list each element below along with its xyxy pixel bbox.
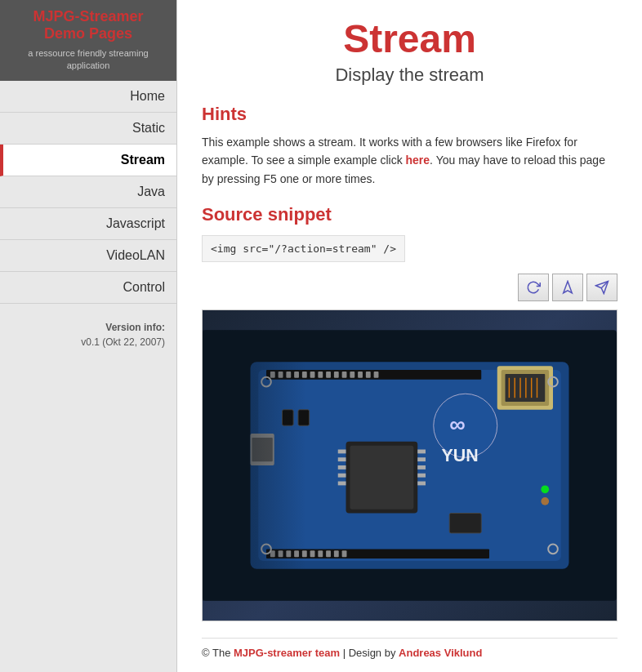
svg-rect-8 xyxy=(506,374,546,402)
sidebar-item-static[interactable]: Static xyxy=(0,113,176,145)
svg-marker-0 xyxy=(564,282,573,293)
svg-rect-41 xyxy=(334,372,339,378)
svg-rect-23 xyxy=(338,482,346,486)
version-value: v0.1 (Okt 22, 2007) xyxy=(11,335,165,349)
svg-rect-62 xyxy=(449,514,481,533)
sidebar-header: MJPG-Streamer Demo Pages a ressource fri… xyxy=(0,0,176,81)
svg-rect-56 xyxy=(334,550,339,557)
hints-heading: Hints xyxy=(202,104,617,125)
svg-text:YUN: YUN xyxy=(442,446,479,465)
stream-image-container: ∞ YUN xyxy=(202,309,617,621)
svg-rect-18 xyxy=(350,446,413,510)
svg-rect-28 xyxy=(417,482,426,486)
svg-rect-44 xyxy=(358,372,363,378)
svg-text:∞: ∞ xyxy=(449,412,465,437)
sidebar-item-javascript[interactable]: Javascript xyxy=(0,208,176,240)
svg-rect-43 xyxy=(350,372,354,378)
svg-rect-39 xyxy=(318,372,323,378)
svg-rect-22 xyxy=(338,474,346,478)
sidebar-title-line1: MJPG-Streamer xyxy=(8,8,168,25)
footer-link-team[interactable]: MJPG-streamer team xyxy=(234,647,340,659)
version-label: Version info: xyxy=(11,320,165,335)
svg-rect-21 xyxy=(338,465,346,470)
svg-rect-19 xyxy=(338,450,346,454)
sidebar: MJPG-Streamer Demo Pages a ressource fri… xyxy=(0,0,177,672)
sidebar-item-stream[interactable]: Stream xyxy=(0,145,176,176)
svg-rect-67 xyxy=(203,330,306,601)
hints-link[interactable]: here xyxy=(406,154,430,167)
svg-point-61 xyxy=(541,497,549,505)
svg-rect-53 xyxy=(310,550,315,557)
source-snippet-heading: Source snippet xyxy=(202,204,617,225)
sidebar-item-java[interactable]: Java xyxy=(0,176,176,208)
sidebar-title-line2: Demo Pages xyxy=(8,25,168,42)
svg-rect-27 xyxy=(417,474,426,478)
svg-point-60 xyxy=(541,486,549,494)
sidebar-item-home[interactable]: Home xyxy=(0,81,176,113)
svg-rect-57 xyxy=(342,550,347,557)
code-snippet: <img src="/?action=stream" /> xyxy=(202,235,405,262)
hints-text: This example shows a stream. It works wi… xyxy=(202,133,617,188)
info-button[interactable] xyxy=(552,274,583,301)
svg-rect-55 xyxy=(326,550,331,557)
footer: © The MJPG-streamer team | Design by And… xyxy=(202,638,617,659)
svg-rect-24 xyxy=(417,450,426,454)
sidebar-item-videolan[interactable]: VideoLAN xyxy=(0,240,176,272)
footer-prefix: © The xyxy=(202,647,234,659)
toolbar-buttons xyxy=(202,274,617,301)
version-info: Version info: v0.1 (Okt 22, 2007) xyxy=(0,320,176,349)
page-title: Stream xyxy=(202,16,617,61)
svg-rect-46 xyxy=(374,372,379,378)
svg-rect-25 xyxy=(417,457,426,461)
page-subtitle: Display the stream xyxy=(202,65,617,86)
footer-middle: | Design by xyxy=(340,647,399,659)
sidebar-item-control[interactable]: Control xyxy=(0,272,176,304)
main-content: Stream Display the stream Hints This exa… xyxy=(177,0,642,672)
svg-rect-45 xyxy=(366,372,371,378)
svg-rect-42 xyxy=(342,372,347,378)
refresh-button[interactable] xyxy=(518,274,549,301)
arduino-image: ∞ YUN xyxy=(203,310,617,621)
svg-rect-54 xyxy=(318,550,323,557)
svg-rect-40 xyxy=(326,372,331,378)
send-button[interactable] xyxy=(586,274,617,301)
sidebar-tagline: a ressource friendly streaming applicati… xyxy=(8,47,168,73)
svg-rect-26 xyxy=(417,465,426,470)
svg-rect-38 xyxy=(310,372,315,378)
svg-rect-20 xyxy=(338,457,346,461)
footer-link-designer[interactable]: Andreas Viklund xyxy=(399,647,482,659)
